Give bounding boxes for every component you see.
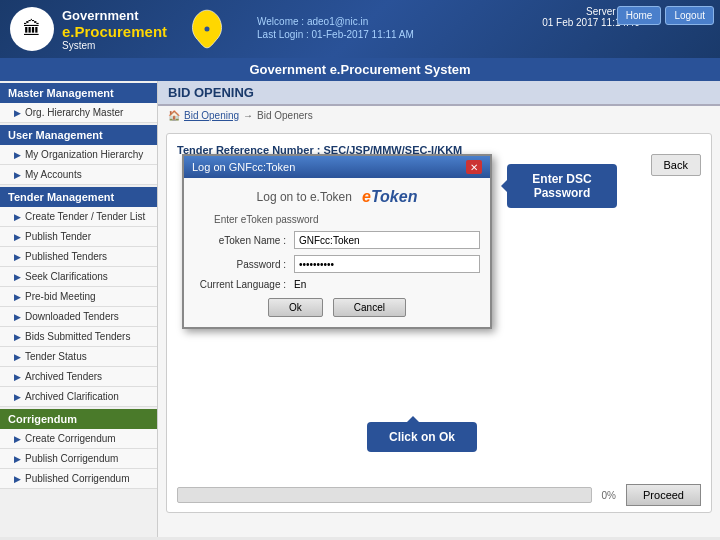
sidebar-item-label: Publish Tender [25,231,91,242]
etoken-logo-logon: Log on to e.Token [257,190,352,204]
arrow-icon: ▶ [14,272,21,282]
sidebar-item-publish-tender[interactable]: ▶ Publish Tender [0,227,157,247]
sidebar-section-master: Master Management [0,83,157,103]
sidebar-item-label: My Accounts [25,169,82,180]
gov-line2: e.Procurement [62,23,167,40]
sidebar-item-label: Org. Hierarchy Master [25,107,123,118]
logo-area: 🏛 Government e.Procurement System [10,7,167,51]
bottom-bar: 0% Proceed [167,478,711,512]
sidebar-item-label: Downloaded Tenders [25,311,119,322]
svg-point-0 [205,26,210,31]
back-button[interactable]: Back [651,154,701,176]
etoken-ok-button[interactable]: Ok [268,298,323,317]
sidebar-item-archived-clarification[interactable]: ▶ Archived Clarification [0,387,157,407]
sidebar-item-my-org[interactable]: ▶ My Organization Hierarchy [0,145,157,165]
nav-buttons: Home Logout [617,6,714,25]
sidebar-item-label: Published Corrigendum [25,473,130,484]
progress-bar [177,487,592,503]
last-login-value: : 01-Feb-2017 11:11 AM [306,29,414,40]
sidebar-section-user: User Management [0,125,157,145]
etoken-dialog: Log on GNFcc:Token ✕ Log on to e.Token e… [182,154,492,329]
system-banner: Government e.Procurement System [0,58,720,81]
gov-line3: System [62,40,167,51]
sidebar-item-label: Publish Corrigendum [25,453,118,464]
arrow-icon: ▶ [14,392,21,402]
arrow-icon: ▶ [14,372,21,382]
arrow-icon: ▶ [14,150,21,160]
sidebar-item-label: Create Tender / Tender List [25,211,145,222]
enter-password-row: Enter eToken password [194,214,480,225]
sidebar-item-published-tenders[interactable]: ▶ Published Tenders [0,247,157,267]
sidebar-item-org-hierarchy[interactable]: ▶ Org. Hierarchy Master [0,103,157,123]
etoken-close-button[interactable]: ✕ [466,160,482,174]
main-white-box: Tender Reference Number : SEC/JSP/MMW/SE… [166,133,712,513]
arrow-icon: ▶ [14,332,21,342]
last-login-label: Last Login [257,29,303,40]
sidebar-item-archived-tenders[interactable]: ▶ Archived Tenders [0,367,157,387]
main-content: BID OPENING 🏠 Bid Opening → Bid Openers … [158,81,720,537]
arrow-icon: ▶ [14,252,21,262]
ok-callout: Click on Ok [367,422,477,452]
etoken-title-bar: Log on GNFcc:Token ✕ [184,156,490,178]
welcome-label: Welcome [257,16,299,27]
etoken-name-row: eToken Name : [194,231,480,249]
sidebar-item-seek-clarifications[interactable]: ▶ Seek Clarifications [0,267,157,287]
lang-value: En [294,279,306,290]
page-title: BID OPENING [158,81,720,106]
sidebar-item-label: Bids Submitted Tenders [25,331,130,342]
arrow-icon: ▶ [14,352,21,362]
sidebar-item-pre-bid[interactable]: ▶ Pre-bid Meeting [0,287,157,307]
sidebar-item-label: Create Corrigendum [25,433,116,444]
language-row: Current Language : En [194,279,480,290]
dsc-callout: Enter DSC Password [507,164,617,208]
india-map [177,7,237,51]
breadcrumb-bid-opening[interactable]: Bid Opening [184,110,239,121]
sidebar-item-label: Archived Tenders [25,371,102,382]
home-button[interactable]: Home [617,6,662,25]
etoken-cancel-button[interactable]: Cancel [333,298,406,317]
etoken-dialog-title: Log on GNFcc:Token [192,161,295,173]
logo-icon: 🏛 [10,7,54,51]
breadcrumb-bid-openers: Bid Openers [257,110,313,121]
etoken-name-label: eToken Name : [194,235,294,246]
arrow-icon: ▶ [14,232,21,242]
etoken-body: Log on to e.Token eToken Enter eToken pa… [184,178,490,327]
sidebar-item-create-tender[interactable]: ▶ Create Tender / Tender List [0,207,157,227]
sidebar-item-label: Pre-bid Meeting [25,291,96,302]
login-info: Welcome : adeo1@nic.in Last Login : 01-F… [257,16,414,42]
proceed-button[interactable]: Proceed [626,484,701,506]
sidebar-item-publish-corrigendum[interactable]: ▶ Publish Corrigendum [0,449,157,469]
arrow-icon: ▶ [14,312,21,322]
password-row: Password : [194,255,480,273]
sidebar-item-published-corrigendum[interactable]: ▶ Published Corrigendum [0,469,157,489]
sidebar-item-label: Seek Clarifications [25,271,108,282]
password-input[interactable] [294,255,480,273]
password-label: Password : [194,259,294,270]
sidebar-section-corrigendum: Corrigendum [0,409,157,429]
header-text: Government e.Procurement System [62,8,167,51]
arrow-icon: ▶ [14,434,21,444]
current-lang-label: Current Language : [194,279,294,290]
sidebar-section-tender: Tender Management [0,187,157,207]
sidebar-item-bids-submitted[interactable]: ▶ Bids Submitted Tenders [0,327,157,347]
arrow-icon: ▶ [14,454,21,464]
sidebar-item-create-corrigendum[interactable]: ▶ Create Corrigendum [0,429,157,449]
logout-button[interactable]: Logout [665,6,714,25]
sidebar-item-label: Archived Clarification [25,391,119,402]
sidebar-item-my-accounts[interactable]: ▶ My Accounts [0,165,157,185]
arrow-icon: ▶ [14,474,21,484]
sidebar-item-downloaded[interactable]: ▶ Downloaded Tenders [0,307,157,327]
sidebar-item-label: My Organization Hierarchy [25,149,143,160]
arrow-icon: ▶ [14,108,21,118]
header: 🏛 Government e.Procurement System Welcom… [0,0,720,58]
breadcrumb-arrow: → [243,110,253,121]
arrow-icon: ▶ [14,292,21,302]
sidebar-item-label: Published Tenders [25,251,107,262]
sidebar: Master Management ▶ Org. Hierarchy Maste… [0,81,158,537]
welcome-user: : adeo1@nic.in [301,16,368,27]
sidebar-item-tender-status[interactable]: ▶ Tender Status [0,347,157,367]
gov-line1: Government [62,8,167,23]
arrow-icon: ▶ [14,212,21,222]
etoken-name-input[interactable] [294,231,480,249]
arrow-icon: ▶ [14,170,21,180]
